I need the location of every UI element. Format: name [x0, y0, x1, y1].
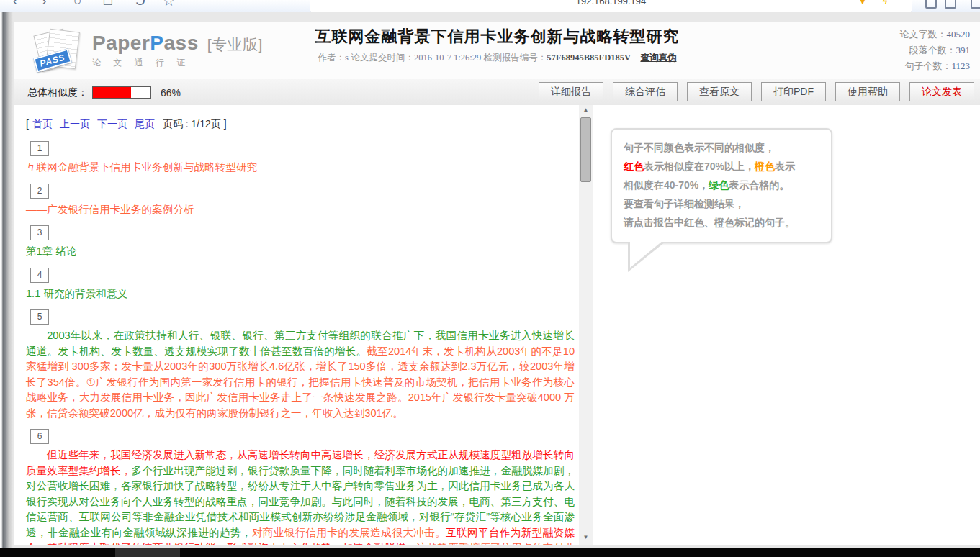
stat-value: 40520 — [947, 29, 971, 40]
paragraph-text: 2003年以来，在政策扶持和人行、银联、银行、第三方支付等组织的联合推广下，我国… — [26, 328, 575, 421]
address-url: 192.168.199.194 — [310, 0, 912, 6]
paragraph-text: 但近些年来，我国经济发展进入新常态，从高速增长转向中高速增长，经济发展方式正从规… — [26, 448, 575, 545]
title-block: 互联网金融背景下信用卡业务创新与战略转型研究 作者：s 论文提交时间：2016-… — [315, 26, 680, 64]
brand-p: P — [150, 32, 163, 54]
paper-sheets-icon: PASS — [36, 30, 81, 72]
paragraph-text: ——广发银行信用卡业务的案例分析 — [26, 202, 575, 218]
legend-line: 红色表示相似度在70%以上，橙色表示 — [624, 157, 819, 176]
sentence-segment[interactable]: 互联网金融背景下信用卡业务创新与战略转型研究 — [26, 161, 257, 173]
stat-value: 391 — [956, 45, 971, 55]
toolbar-button[interactable]: 打印PDF — [761, 82, 826, 101]
sentence-segment: 第1章 绪论 — [26, 245, 77, 257]
stat-label: 论文字数： — [900, 29, 947, 40]
paragraph-number[interactable]: 3 — [30, 225, 49, 240]
pagination-link[interactable]: 尾页 — [135, 118, 155, 130]
legend-segment: 句子不同颜色表示不同的相似度， — [624, 142, 775, 153]
toolbar-button[interactable]: 详细报告 — [539, 82, 603, 101]
document-panel: [首页上一页下一页尾页页码 : 1/12页 ] 1互联网金融背景下信用卡业务创新… — [26, 112, 575, 545]
pagination-link[interactable]: 首页 — [32, 118, 53, 130]
document-body: 1互联网金融背景下信用卡业务创新与战略转型研究2——广发银行信用卡业务的案例分析… — [26, 141, 575, 545]
pagination-link[interactable]: 上一页 — [60, 118, 90, 130]
paragraph-text: 第1章 绪论 — [26, 244, 575, 260]
author-value: s — [345, 53, 349, 63]
legend-segment: 请点击报告中红色、橙色标记的句子。 — [624, 217, 795, 228]
scrollbar-up-arrow-icon[interactable]: ▲ — [579, 107, 593, 117]
similarity-toolbar: 总体相似度： 66% 详细报告综合评估查看原文打印PDF使用帮助论文发表 — [14, 79, 980, 107]
browser-toolbar: ‹›○□Ɔ☆ 192.168.199.194 ▼ϟ — [0, 0, 980, 12]
verify-authenticity-link[interactable]: 查询真伪 — [640, 53, 676, 63]
legend-segment: 表示相似度在70%以上， — [644, 160, 755, 172]
favorites-icon[interactable]: ☆ — [163, 0, 175, 9]
stat-row: 句子个数：1123 — [900, 58, 971, 74]
legend-text: 句子不同颜色表示不同的相似度，红色表示相似度在70%以上，橙色表示相似度在40-… — [624, 138, 819, 232]
legend-tail-fill — [630, 240, 663, 268]
toolbar-button[interactable]: 论文发表 — [909, 82, 974, 101]
legend-color-term: 红色 — [624, 160, 644, 172]
legend-line: 相似度在40-70%，绿色表示合格的。 — [624, 176, 819, 194]
toolbar-buttons: 详细报告综合评估查看原文打印PDF使用帮助论文发表 — [539, 82, 974, 101]
taskbar-sliver — [0, 548, 980, 557]
stat-row: 段落个数：391 — [900, 42, 971, 58]
brand-paper: Paper — [92, 32, 150, 54]
report-content: [首页上一页下一页尾页页码 : 1/12页 ] 1互联网金融背景下信用卡业务创新… — [14, 105, 980, 545]
snapshot-icon[interactable] — [945, 0, 956, 9]
similarity-progress-fill — [93, 87, 131, 98]
brand-ass: ass — [164, 32, 199, 54]
legend-tooltip: 句子不同颜色表示不同的相似度，红色表示相似度在70%以上，橙色表示相似度在40-… — [611, 128, 832, 243]
dropdown-arrow-icon[interactable]: ▼ — [858, 0, 867, 6]
stat-value: 1123 — [951, 60, 970, 71]
paragraph-number[interactable]: 5 — [30, 309, 49, 325]
address-bar[interactable]: 192.168.199.194 ▼ϟ — [310, 0, 912, 12]
paper-title: 互联网金融背景下信用卡业务创新与战略转型研究 — [315, 26, 680, 47]
forward-icon[interactable]: › — [42, 0, 46, 9]
attachment-icon[interactable] — [925, 0, 937, 9]
author-label: 作者： — [318, 53, 346, 63]
document-scrollbar[interactable]: ▲ ▼ — [579, 105, 593, 545]
refresh-icon[interactable]: ○ — [73, 0, 81, 9]
pagination-close-bracket: ] — [224, 118, 227, 130]
similarity-label: 总体相似度： — [27, 86, 88, 98]
sentence-segment[interactable]: 对商业银行信用卡的发展造成很大冲击。 — [252, 527, 446, 538]
legend-segment: 相似度在40-70%， — [624, 179, 709, 191]
similarity-group: 总体相似度： 66% — [27, 86, 181, 99]
toolbar-button[interactable]: 使用帮助 — [835, 82, 900, 101]
submit-label: 论文提交时间： — [351, 53, 414, 63]
paperpass-report-page: ‹›○□Ɔ☆ 192.168.199.194 ▼ϟ PASS PaperPass… — [0, 0, 980, 557]
sentence-segment[interactable]: ——广发银行信用卡业务的案例分析 — [26, 204, 194, 215]
legend-segment: 表示 — [775, 160, 795, 172]
lightning-icon[interactable]: ϟ — [883, 0, 887, 6]
window-edge-shadow — [0, 12, 13, 548]
back-icon[interactable]: ‹ — [13, 0, 17, 9]
legend-line: 请点击报告中红色、橙色标记的句子。 — [624, 213, 819, 232]
similarity-progress-bar — [92, 86, 151, 99]
legend-color-term: 橙色 — [755, 160, 775, 172]
brand-edition: [专业版] — [207, 36, 263, 53]
toolbar-button[interactable]: 查看原文 — [687, 82, 752, 101]
paragraph-number[interactable]: 4 — [30, 268, 49, 283]
pagination-link[interactable]: 下一页 — [97, 118, 127, 130]
paragraph-number[interactable]: 1 — [30, 141, 49, 156]
report-no: 57F68945B85FD185V — [547, 53, 631, 63]
stop-icon[interactable]: □ — [104, 0, 112, 9]
submit-time: 2016-10-7 1:26:29 — [414, 53, 481, 63]
toolbar-button[interactable]: 综合评估 — [613, 82, 678, 101]
paragraph-number[interactable]: 2 — [30, 184, 49, 199]
scrollbar-down-arrow-icon[interactable]: ▼ — [579, 534, 593, 544]
paragraph-number[interactable]: 6 — [30, 429, 49, 444]
similarity-percent: 66% — [161, 87, 181, 99]
page-number-label: 页码 : 1/12页 — [163, 118, 221, 130]
history-icon[interactable]: Ɔ — [135, 0, 145, 9]
legend-line: 要查看句子详细检测结果， — [624, 194, 819, 213]
paper-meta: 作者：s 论文提交时间：2016-10-7 1:26:29 检测报告编号：57F… — [315, 52, 680, 64]
pagination-links: 首页上一页下一页尾页 — [29, 118, 158, 130]
sentence-segment: 1.1 研究的背景和意义 — [26, 288, 127, 299]
paragraph-text: 1.1 研究的背景和意义 — [26, 286, 575, 302]
taskbar-app-segment — [115, 548, 180, 557]
window-icon[interactable] — [971, 0, 980, 9]
report-header: PASS PaperPass[专业版] 论 文 通 行 证 互联网金融背景下信用… — [14, 22, 980, 80]
legend-color-term: 绿色 — [709, 179, 729, 191]
stat-label: 句子个数： — [904, 60, 951, 71]
scrollbar-thumb[interactable] — [580, 117, 591, 182]
header-stats: 论文字数：40520段落个数：391句子个数：1123 — [900, 27, 971, 74]
brand-slogan: 论 文 通 行 证 — [92, 57, 263, 69]
